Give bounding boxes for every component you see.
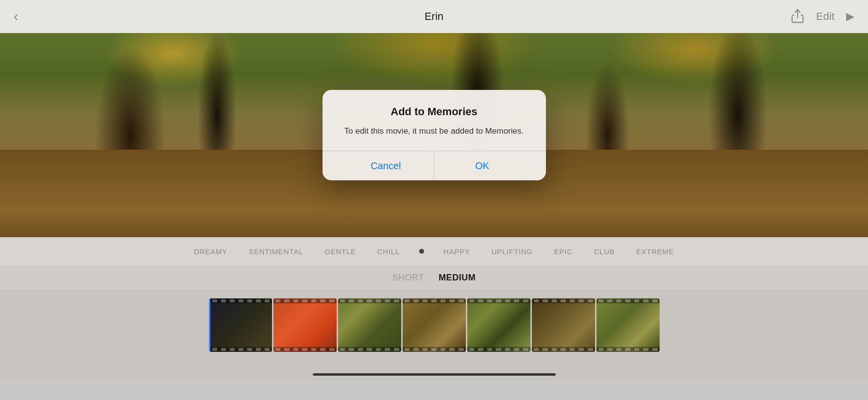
share-icon (791, 8, 804, 23)
edit-button[interactable]: Edit (816, 10, 834, 23)
modal-title: Add to Memories (338, 105, 530, 118)
ok-button[interactable]: OK (434, 151, 530, 180)
modal-buttons: Cancel OK (338, 151, 530, 180)
header-bar: ‹ Erin Edit ▶ (0, 0, 868, 33)
header-right: Edit ▶ (791, 8, 854, 25)
cancel-button[interactable]: Cancel (338, 151, 434, 180)
mood-chill[interactable]: CHILL (367, 247, 410, 256)
header-left: ‹ (14, 9, 18, 24)
timeline-area[interactable] (0, 290, 868, 381)
mood-epic[interactable]: EPIC (544, 247, 583, 256)
filmstrip (209, 298, 660, 352)
mood-gentle[interactable]: GENTLE (314, 247, 367, 256)
film-thumb-5 (467, 298, 530, 352)
share-button[interactable] (791, 8, 804, 25)
mood-dreamy[interactable]: DREAMY (183, 247, 238, 256)
mood-sentimental[interactable]: SENTIMENTAL (238, 247, 314, 256)
duration-short[interactable]: SHORT (392, 273, 424, 283)
play-button[interactable]: ▶ (846, 10, 854, 23)
mood-extreme[interactable]: EXTREME (626, 247, 685, 256)
mood-club[interactable]: CLUB (583, 247, 626, 256)
mood-selector: DREAMY SENTIMENTAL GENTLE CHILL HAPPY UP… (0, 237, 868, 265)
film-thumb-1 (209, 298, 272, 352)
duration-selector: SHORT MEDIUM (0, 265, 868, 290)
film-thumb-2 (273, 298, 337, 352)
back-button[interactable]: ‹ (14, 9, 18, 24)
mood-happy[interactable]: HAPPY (433, 247, 481, 256)
add-to-memories-dialog: Add to Memories To edit this movie, it m… (323, 90, 546, 181)
mood-uplifting[interactable]: UPLIFTING (481, 247, 544, 256)
duration-medium[interactable]: MEDIUM (439, 273, 476, 283)
film-thumb-7 (596, 298, 660, 352)
film-thumb-3 (338, 298, 401, 352)
film-thumb-4 (403, 298, 466, 352)
page-title: Erin (425, 10, 443, 23)
mood-current-indicator (419, 249, 424, 254)
timeline-scroll-bar[interactable] (313, 373, 556, 376)
modal-body: To edit this movie, it must be added to … (338, 125, 530, 138)
modal-overlay: Add to Memories To edit this movie, it m… (0, 33, 868, 237)
film-thumb-6 (532, 298, 595, 352)
